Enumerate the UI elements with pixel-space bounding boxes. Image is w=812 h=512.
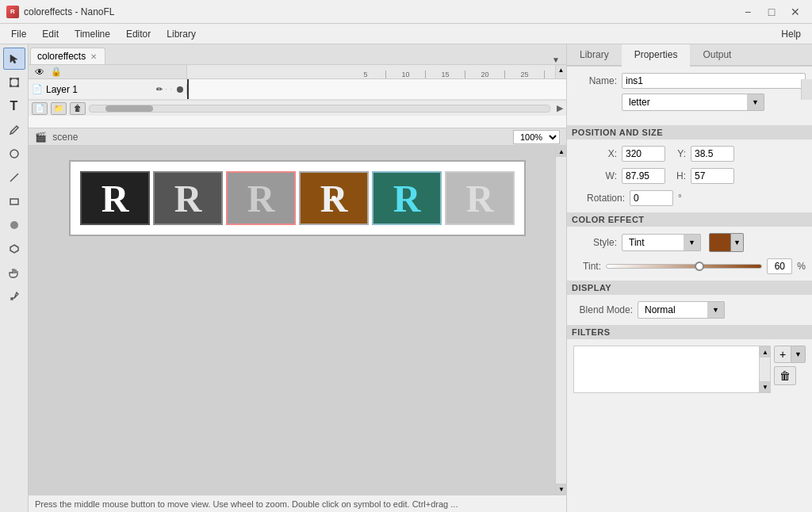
- scroll-right-arrow[interactable]: ▶: [557, 103, 563, 113]
- letter-tile-5[interactable]: R: [445, 171, 515, 225]
- menu-timeline[interactable]: Timeline: [67, 27, 118, 41]
- tab-coloreffects[interactable]: coloreffects ✕: [30, 48, 105, 64]
- menu-edit[interactable]: Edit: [34, 27, 67, 41]
- style-select[interactable]: Tint None Brightness Advanced: [622, 234, 701, 251]
- blend-select-wrap: Normal Multiply Screen Overlay ▼: [638, 301, 725, 319]
- filter-add-arrow[interactable]: ▼: [791, 346, 806, 363]
- tint-slider-track[interactable]: [606, 264, 762, 269]
- edit-icon[interactable]: ✏: [156, 85, 163, 94]
- filter-actions: + ▼ 🗑: [774, 346, 806, 385]
- tab-dropdown[interactable]: ▼: [547, 55, 565, 64]
- pencil-tool[interactable]: [3, 119, 25, 141]
- eyedropper-tool[interactable]: [3, 285, 25, 308]
- style-row: Style: Tint None Brightness Advanced ▼ ▼: [573, 233, 806, 252]
- tab-output[interactable]: Output: [690, 44, 744, 67]
- filter-scroll-down[interactable]: ▼: [760, 381, 771, 392]
- left-toolbar: T: [0, 44, 29, 512]
- filter-add-button[interactable]: + ▼: [774, 346, 806, 363]
- app-title: coloreffects - NanoFL: [24, 6, 737, 17]
- tab-label: coloreffects: [37, 51, 86, 62]
- select-tool[interactable]: [3, 48, 25, 70]
- letter-tile-1[interactable]: R: [153, 171, 223, 225]
- color-swatch-dropdown[interactable]: ▼: [731, 233, 744, 252]
- scroll-up[interactable]: ▲: [556, 146, 566, 157]
- hand-tool[interactable]: [3, 262, 25, 284]
- blend-label: Blend Mode:: [573, 304, 633, 315]
- svg-rect-4: [17, 85, 19, 87]
- x-input[interactable]: [622, 146, 665, 162]
- line-tool[interactable]: [3, 166, 25, 189]
- zoom-dropdown[interactable]: 100% 50% 200%: [513, 130, 560, 144]
- timeline-footer: 📄 📁 🗑 ▶: [29, 100, 566, 116]
- ruler-marks: 5 10 15 20 25 30 35 40 45 5: [346, 65, 566, 78]
- lock-icon[interactable]: 🔒: [51, 67, 62, 77]
- scene-icon: 🎬: [35, 132, 47, 143]
- y-input[interactable]: [691, 146, 734, 162]
- eraser-tool[interactable]: [3, 143, 25, 165]
- svg-rect-7: [10, 199, 18, 204]
- timeline-scrollbar-h[interactable]: [89, 105, 550, 113]
- stage[interactable]: RRRRRR: [69, 160, 526, 236]
- rotation-input[interactable]: [630, 190, 673, 206]
- maximize-button[interactable]: □: [761, 3, 782, 21]
- blend-select[interactable]: Normal Multiply Screen Overlay: [638, 301, 725, 319]
- scroll-down[interactable]: ▼: [556, 483, 566, 495]
- menu-file[interactable]: File: [3, 27, 34, 41]
- filter-add-plus[interactable]: +: [774, 346, 791, 363]
- svg-rect-3: [10, 85, 12, 87]
- minimize-button[interactable]: −: [737, 3, 758, 21]
- tab-close-button[interactable]: ✕: [90, 52, 97, 61]
- section-filters: FILTERS: [567, 325, 812, 339]
- scroll-up-arrow[interactable]: ▲: [556, 65, 566, 75]
- playhead: [187, 79, 189, 99]
- tab-properties[interactable]: Properties: [622, 44, 691, 67]
- tab-library[interactable]: Library: [567, 44, 622, 67]
- h-label: H:: [670, 170, 686, 181]
- layer-dot1: ·: [166, 86, 167, 93]
- canvas-v-scrollbar[interactable]: ▲ ▼: [555, 146, 566, 495]
- letter-tile-0[interactable]: R: [80, 171, 150, 225]
- h-input[interactable]: [691, 168, 734, 184]
- menu-library[interactable]: Library: [159, 27, 204, 41]
- canvas-area: 🎬 scene 100% 50% 200% RRRRRR ▲: [29, 128, 566, 495]
- menu-editor[interactable]: Editor: [118, 27, 159, 41]
- layer-controls: 📄 Layer 1 ✏ · ·: [29, 84, 187, 95]
- polygon-tool[interactable]: [3, 238, 25, 260]
- xy-row: X: Y:: [573, 146, 806, 162]
- layer-timeline[interactable]: [187, 79, 566, 99]
- name-input[interactable]: [622, 73, 806, 89]
- delete-layer-button[interactable]: 🗑: [70, 102, 86, 115]
- menubar: File Edit Timeline Editor Library Help: [0, 24, 812, 44]
- status-text: Press the middle mouse button to move vi…: [35, 499, 458, 509]
- eye-icon[interactable]: 👁: [35, 67, 44, 78]
- fill-tool[interactable]: [3, 214, 25, 236]
- letter-tile-3[interactable]: R: [299, 171, 369, 225]
- type-select[interactable]: letter: [622, 94, 764, 111]
- letter-tile-2[interactable]: R: [226, 171, 296, 225]
- filter-scroll-up[interactable]: ▲: [760, 346, 771, 357]
- name-label: Name:: [573, 75, 617, 86]
- tiles-container: RRRRRR: [77, 168, 518, 228]
- add-folder-button[interactable]: 📁: [51, 102, 67, 115]
- close-button[interactable]: ✕: [785, 3, 806, 21]
- menu-help[interactable]: Help: [773, 27, 809, 41]
- rotation-label: Rotation:: [573, 193, 625, 204]
- section-position: POSITION AND SIZE: [567, 125, 812, 139]
- layer-icon: 📄: [32, 84, 43, 94]
- letter-tile-4[interactable]: R: [372, 171, 442, 225]
- ruler-mark: 10: [385, 71, 425, 78]
- tint-value-input[interactable]: [767, 258, 792, 274]
- svg-line-6: [10, 174, 18, 181]
- ruler-mark: 25: [504, 71, 544, 78]
- color-swatch[interactable]: [709, 233, 731, 252]
- w-input[interactable]: [622, 168, 665, 184]
- canvas-header: 🎬 scene 100% 50% 200%: [29, 128, 566, 146]
- name-row: Name:: [573, 73, 806, 89]
- text-tool[interactable]: T: [3, 95, 25, 117]
- right-panel: Library Properties Output Name: letter ▼: [566, 44, 812, 512]
- type-dropdown-wrap: letter ▼: [622, 94, 806, 117]
- transform-tool[interactable]: [3, 71, 25, 94]
- add-layer-button[interactable]: 📄: [32, 102, 48, 115]
- filter-delete-button[interactable]: 🗑: [774, 366, 796, 385]
- rectangle-tool[interactable]: [3, 190, 25, 212]
